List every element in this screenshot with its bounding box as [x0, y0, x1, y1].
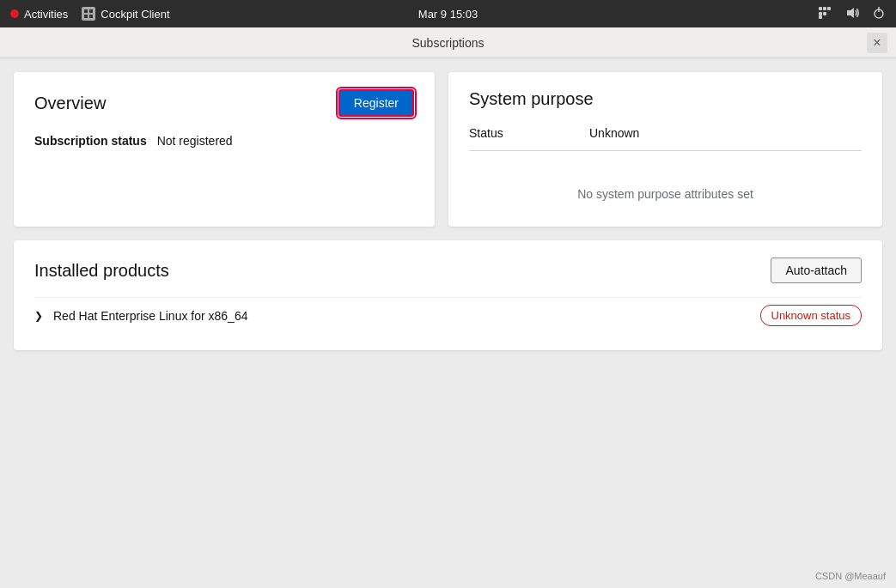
product-left: ❯ Red Hat Enterprise Linux for x86_64	[34, 309, 247, 323]
svg-rect-7	[827, 7, 831, 10]
svg-rect-3	[84, 15, 88, 18]
window-title: Subscriptions	[411, 36, 484, 50]
svg-rect-10	[819, 15, 822, 19]
subscription-status-row: Subscription status Not registered	[34, 134, 414, 148]
power-icon[interactable]	[872, 6, 886, 22]
system-purpose-status-label: Status	[469, 126, 589, 140]
system-purpose-status-row: Status Unknown	[469, 126, 862, 151]
activities-label: Activities	[24, 8, 68, 21]
cockpit-client-text: Cockpit Client	[101, 8, 169, 21]
register-button[interactable]: Register	[338, 89, 414, 117]
sound-icon[interactable]	[846, 7, 860, 21]
svg-rect-5	[819, 7, 822, 10]
svg-rect-0	[82, 7, 95, 21]
unknown-status-badge: Unknown status	[760, 305, 862, 326]
product-name: Red Hat Enterprise Linux for x86_64	[53, 309, 247, 323]
svg-marker-11	[847, 8, 854, 18]
auto-attach-button[interactable]: Auto-attach	[771, 258, 862, 283]
system-purpose-card: System purpose Status Unknown No system …	[448, 72, 882, 227]
cockpit-icon	[82, 7, 95, 21]
window-titlebar: Subscriptions ×	[0, 27, 896, 58]
activities-dot-icon	[10, 9, 19, 18]
svg-rect-8	[819, 12, 822, 15]
main-content: Overview Register Subscription status No…	[0, 58, 896, 588]
subscription-status-value: Not registered	[157, 134, 233, 148]
network-icon[interactable]	[819, 7, 834, 21]
system-purpose-status-value: Unknown	[589, 126, 639, 140]
svg-rect-1	[84, 9, 88, 13]
svg-rect-4	[89, 15, 93, 18]
activities-button[interactable]: Activities	[10, 8, 68, 21]
system-purpose-title: System purpose	[469, 89, 862, 109]
overview-card-header: Overview Register	[34, 89, 414, 117]
installed-products-header: Installed products Auto-attach	[34, 258, 862, 283]
topbar-left: Activities Cockpit Client	[10, 7, 170, 21]
topbar-datetime: Mar 9 15:03	[418, 8, 478, 21]
installed-products-title: Installed products	[34, 261, 169, 281]
chevron-right-icon[interactable]: ❯	[34, 310, 43, 322]
cockpit-client-label[interactable]: Cockpit Client	[82, 7, 169, 21]
window-close-button[interactable]: ×	[867, 33, 887, 53]
subscription-status-label: Subscription status	[34, 134, 147, 148]
top-cards-row: Overview Register Subscription status No…	[14, 72, 882, 227]
table-row: ❯ Red Hat Enterprise Linux for x86_64 Un…	[34, 297, 862, 333]
overview-card: Overview Register Subscription status No…	[14, 72, 435, 227]
svg-rect-9	[823, 12, 826, 15]
svg-rect-2	[89, 9, 93, 13]
topbar-right	[819, 6, 886, 22]
installed-products-card: Installed products Auto-attach ❯ Red Hat…	[14, 240, 882, 350]
no-attributes-message: No system purpose attributes set	[469, 161, 862, 209]
svg-rect-6	[823, 7, 826, 10]
topbar: Activities Cockpit Client Mar 9 15:03	[0, 0, 896, 27]
overview-title: Overview	[34, 94, 106, 113]
footer-watermark: CSDN @Meaauf	[815, 571, 886, 581]
